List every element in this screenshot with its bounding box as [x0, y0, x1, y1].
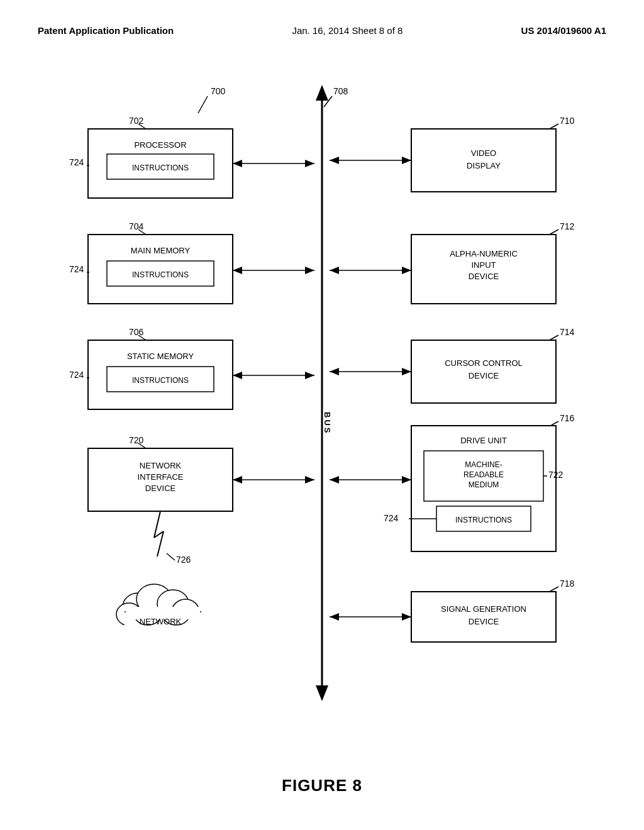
svg-text:714: 714: [560, 327, 575, 337]
svg-marker-89: [330, 368, 339, 375]
svg-marker-90: [402, 368, 411, 375]
page-header: Patent Application Publication Jan. 16, …: [0, 25, 644, 36]
svg-text:INSTRUCTIONS: INSTRUCTIONS: [455, 516, 512, 524]
svg-text:INTERFACE: INTERFACE: [138, 472, 184, 482]
svg-text:INPUT: INPUT: [472, 260, 496, 270]
svg-text:MEDIUM: MEDIUM: [469, 480, 499, 489]
svg-marker-46: [233, 476, 242, 484]
svg-text:706: 706: [129, 327, 144, 337]
svg-text:INSTRUCTIONS: INSTRUCTIONS: [132, 376, 189, 385]
svg-text:704: 704: [129, 221, 144, 231]
svg-text:712: 712: [560, 221, 575, 231]
svg-rect-68: [411, 129, 556, 192]
svg-text:STATIC MEMORY: STATIC MEMORY: [127, 351, 194, 361]
svg-marker-37: [233, 372, 242, 379]
svg-text:724: 724: [69, 370, 84, 380]
svg-text:710: 710: [560, 116, 575, 126]
svg-text:724: 724: [69, 264, 84, 274]
svg-marker-115: [402, 613, 411, 621]
svg-marker-81: [330, 267, 339, 274]
svg-text:PROCESSOR: PROCESSOR: [134, 140, 186, 150]
svg-marker-82: [402, 267, 411, 274]
header-patent-number: US 2014/019600 A1: [521, 25, 606, 36]
svg-text:DEVICE: DEVICE: [469, 272, 499, 281]
svg-marker-72: [330, 157, 339, 164]
svg-text:DEVICE: DEVICE: [145, 484, 176, 493]
svg-marker-47: [305, 476, 314, 484]
svg-marker-73: [402, 157, 411, 164]
svg-text:CURSOR CONTROL: CURSOR CONTROL: [445, 358, 523, 368]
svg-marker-106: [330, 476, 339, 484]
svg-text:MAIN MEMORY: MAIN MEMORY: [131, 246, 191, 255]
svg-text:NETWORK: NETWORK: [140, 617, 182, 626]
svg-line-52: [167, 553, 175, 560]
svg-text:INSTRUCTIONS: INSTRUCTIONS: [132, 270, 189, 279]
svg-line-5: [198, 96, 208, 113]
svg-marker-2: [316, 685, 328, 701]
svg-text:DISPLAY: DISPLAY: [467, 161, 501, 170]
svg-text:726: 726: [176, 555, 191, 565]
svg-text:708: 708: [333, 86, 348, 96]
svg-text:720: 720: [129, 435, 144, 445]
svg-text:ALPHA-NUMERIC: ALPHA-NUMERIC: [450, 249, 518, 258]
svg-text:MACHINE-: MACHINE-: [465, 460, 502, 469]
header-publication: Patent Application Publication: [38, 25, 174, 36]
svg-text:700: 700: [211, 86, 226, 96]
svg-text:718: 718: [560, 578, 575, 589]
svg-text:724: 724: [69, 157, 84, 167]
svg-text:VIDEO: VIDEO: [471, 148, 496, 158]
svg-text:SIGNAL GENERATION: SIGNAL GENERATION: [441, 604, 526, 614]
svg-text:DRIVE UNIT: DRIVE UNIT: [460, 436, 507, 445]
svg-marker-15: [233, 160, 242, 167]
svg-text:NETWORK: NETWORK: [140, 461, 182, 470]
svg-text:716: 716: [560, 413, 575, 423]
svg-marker-26: [233, 267, 242, 274]
svg-text:READABLE: READABLE: [464, 470, 504, 479]
header-date-sheet: Jan. 16, 2014 Sheet 8 of 8: [292, 25, 402, 36]
svg-marker-27: [305, 267, 314, 274]
svg-text:722: 722: [548, 470, 564, 480]
svg-text:INSTRUCTIONS: INSTRUCTIONS: [132, 163, 189, 172]
svg-marker-114: [330, 613, 339, 621]
svg-text:724: 724: [384, 513, 399, 523]
svg-text:702: 702: [129, 116, 144, 126]
svg-marker-38: [305, 372, 314, 379]
patent-diagram: BUS 700 702 PROCESSOR INSTRUCTIONS 724 7…: [31, 63, 613, 755]
svg-marker-1: [316, 85, 328, 101]
svg-text:BUS: BUS: [323, 412, 332, 434]
svg-marker-16: [305, 160, 314, 167]
svg-marker-107: [402, 476, 411, 484]
svg-text:DEVICE: DEVICE: [469, 371, 499, 380]
figure-caption: FIGURE 8: [282, 776, 362, 795]
svg-text:DEVICE: DEVICE: [469, 617, 499, 626]
